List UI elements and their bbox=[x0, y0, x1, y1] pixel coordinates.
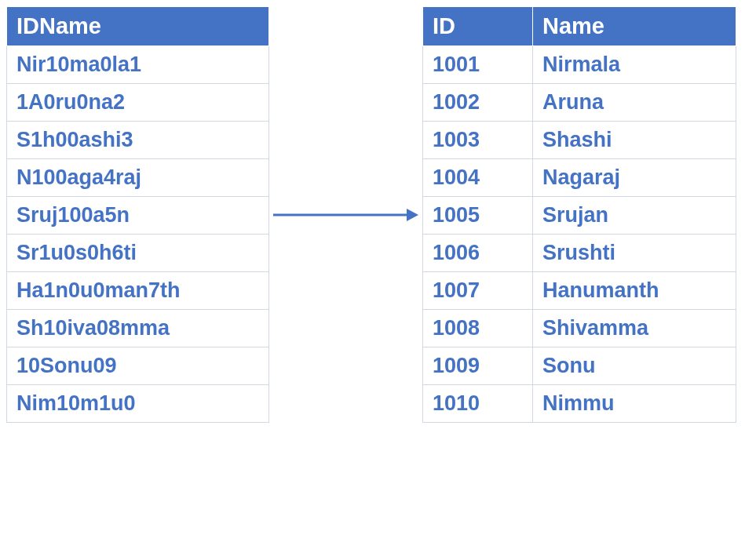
cell-id: 1007 bbox=[423, 272, 533, 310]
cell-name: Nirmala bbox=[533, 46, 736, 84]
cell-id: 1006 bbox=[423, 235, 533, 272]
cell-idname: Nir10ma0la1 bbox=[7, 46, 269, 84]
table-row: 1007 Hanumanth bbox=[423, 272, 736, 310]
cell-id: 1008 bbox=[423, 310, 533, 347]
table-row: Ha1n0u0man7th bbox=[7, 272, 269, 310]
cell-name: Shashi bbox=[533, 122, 736, 159]
arrow-wrap bbox=[269, 199, 422, 231]
table-row: N100aga4raj bbox=[7, 159, 269, 197]
table-row: 1005 Srujan bbox=[423, 197, 736, 235]
cell-name: Nagaraj bbox=[533, 159, 736, 197]
left-table-header: IDName bbox=[7, 7, 269, 46]
table-row: Sruj100a5n bbox=[7, 197, 269, 235]
cell-name: Shivamma bbox=[533, 310, 736, 347]
table-row: 1008 Shivamma bbox=[423, 310, 736, 347]
cell-idname: Sh10iva08mma bbox=[7, 310, 269, 347]
table-row: Nim10m1u0 bbox=[7, 385, 269, 423]
table-row: 1004 Nagaraj bbox=[423, 159, 736, 197]
svg-marker-1 bbox=[407, 209, 418, 221]
cell-idname: S1h00ashi3 bbox=[7, 122, 269, 159]
table-row: 1003 Shashi bbox=[423, 122, 736, 159]
cell-id: 1010 bbox=[423, 385, 533, 423]
cell-name: Hanumanth bbox=[533, 272, 736, 310]
cell-idname: Ha1n0u0man7th bbox=[7, 272, 269, 310]
cell-id: 1003 bbox=[423, 122, 533, 159]
cell-idname: 1A0ru0na2 bbox=[7, 84, 269, 122]
table-row: 1010 Nimmu bbox=[423, 385, 736, 423]
table-row: 10Sonu09 bbox=[7, 347, 269, 385]
cell-idname: 10Sonu09 bbox=[7, 347, 269, 385]
cell-idname: N100aga4raj bbox=[7, 159, 269, 197]
table-row: S1h00ashi3 bbox=[7, 122, 269, 159]
right-table-header-name: Name bbox=[533, 7, 736, 46]
left-table: IDName Nir10ma0la1 1A0ru0na2 S1h00ashi3 … bbox=[6, 6, 269, 423]
table-row: 1001 Nirmala bbox=[423, 46, 736, 84]
cell-name: Nimmu bbox=[533, 385, 736, 423]
arrow-icon bbox=[269, 199, 422, 231]
table-row: 1002 Aruna bbox=[423, 84, 736, 122]
table-row: Sh10iva08mma bbox=[7, 310, 269, 347]
table-row: 1A0ru0na2 bbox=[7, 84, 269, 122]
cell-id: 1009 bbox=[423, 347, 533, 385]
table-row: Nir10ma0la1 bbox=[7, 46, 269, 84]
right-table: ID Name 1001 Nirmala 1002 Aruna 1003 Sha… bbox=[422, 6, 736, 423]
cell-idname: Nim10m1u0 bbox=[7, 385, 269, 423]
cell-name: Sonu bbox=[533, 347, 736, 385]
cell-id: 1004 bbox=[423, 159, 533, 197]
cell-name: Aruna bbox=[533, 84, 736, 122]
cell-id: 1001 bbox=[423, 46, 533, 84]
table-row: 1006 Srushti bbox=[423, 235, 736, 272]
table-row: 1009 Sonu bbox=[423, 347, 736, 385]
cell-id: 1005 bbox=[423, 197, 533, 235]
diagram-container: IDName Nir10ma0la1 1A0ru0na2 S1h00ashi3 … bbox=[0, 0, 756, 429]
cell-name: Srujan bbox=[533, 197, 736, 235]
cell-idname: Sruj100a5n bbox=[7, 197, 269, 235]
cell-id: 1002 bbox=[423, 84, 533, 122]
right-table-header-id: ID bbox=[423, 7, 533, 46]
table-row: Sr1u0s0h6ti bbox=[7, 235, 269, 272]
cell-idname: Sr1u0s0h6ti bbox=[7, 235, 269, 272]
cell-name: Srushti bbox=[533, 235, 736, 272]
